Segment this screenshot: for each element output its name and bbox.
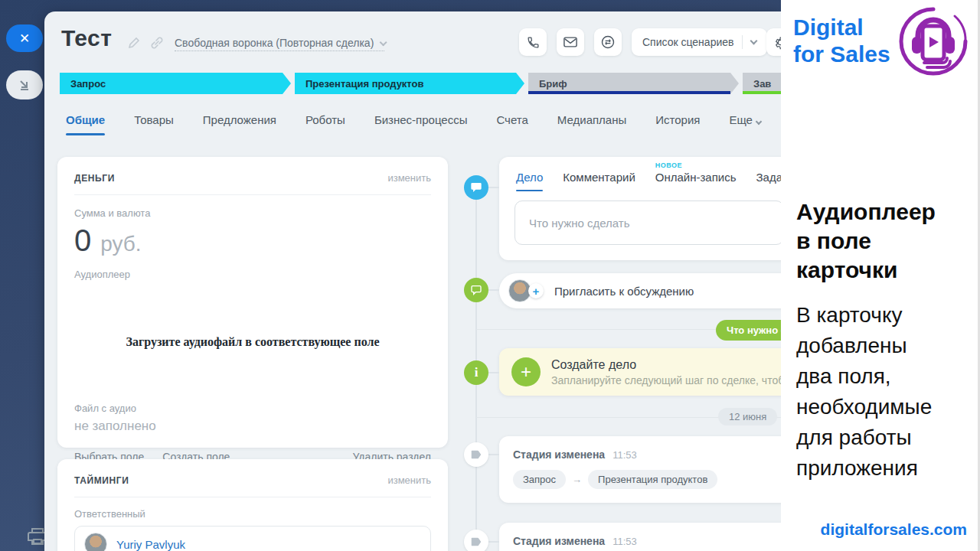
add-person-icon: +: [528, 283, 544, 298]
promo-body-text: В карточку добавлены два поля, необходим…: [796, 300, 932, 484]
tab-more[interactable]: Еще: [729, 113, 761, 135]
info-icon-circle: i: [464, 360, 488, 385]
stage-tag-icon: [471, 537, 482, 546]
sum-label: Сумма и валюта: [74, 207, 431, 219]
timeline-tab-zadacha[interactable]: Задача: [756, 171, 781, 191]
invite-discussion-button[interactable]: + Пригласить к обсуждению: [499, 273, 781, 308]
brand-name: Digital for Sales: [793, 14, 890, 67]
tab-predlozheniya[interactable]: Предложения: [203, 113, 276, 135]
divider: [742, 35, 743, 49]
sum-value[interactable]: 0: [74, 223, 91, 258]
tab-biznes-processy[interactable]: Бизнес-процессы: [374, 113, 468, 135]
chat-button[interactable]: [594, 28, 622, 56]
event-title: Стадия изменена: [513, 535, 605, 547]
stage-label: Зав: [753, 78, 771, 90]
stage-event-icon-circle: [464, 442, 488, 467]
timeline: Дело Комментарий НОВОЕОнлайн-запись Зада…: [458, 157, 781, 551]
tab-more-label: Еще: [729, 113, 753, 126]
connector: [488, 541, 499, 543]
todo-input[interactable]: [514, 201, 781, 245]
date-separator: 12 июня: [718, 408, 777, 425]
phone-icon: [527, 36, 540, 49]
deal-card-panel: Тест Свободная воронка (Повторная сделка…: [44, 11, 781, 551]
stage-underline: [743, 91, 781, 94]
tab-tovary[interactable]: Товары: [134, 113, 174, 135]
gear-icon: [773, 35, 782, 50]
funnel-selector[interactable]: Свободная воронка (Повторная сделка): [175, 37, 384, 51]
composer-card: Дело Комментарий НОВОЕОнлайн-запись Зада…: [499, 157, 781, 260]
collapse-button[interactable]: [6, 70, 43, 99]
tab-mediaplany[interactable]: Медиапланы: [557, 113, 626, 135]
stage-label: Бриф: [539, 78, 567, 90]
discussion-icon-circle: [464, 278, 488, 302]
stage-brief[interactable]: Бриф: [528, 73, 739, 94]
audio-file-label: Файл с аудио: [74, 403, 431, 414]
connector: [488, 372, 499, 373]
new-badge: НОВОЕ: [655, 161, 682, 169]
event-time: 11:53: [612, 449, 637, 461]
promo-headline: Аудиоплеер в поле карточки: [796, 197, 936, 285]
tab-roboty[interactable]: Роботы: [305, 113, 345, 135]
call-button[interactable]: [519, 28, 547, 56]
funnel-label: Свободная воронка (Повторная сделка): [175, 37, 374, 49]
edit-section-link[interactable]: изменить: [387, 172, 431, 184]
timeline-tab-online-zapis[interactable]: НОВОЕОнлайн-запись: [655, 171, 737, 191]
pipeline-stage-bar: Запрос Презентация продуктов Бриф Зав: [60, 73, 781, 94]
stage-tag-icon: [471, 450, 482, 459]
promo-sidebar: Digital for Sales Аудиоплеер в поле карт…: [781, 0, 980, 551]
speech-bubble-icon: [470, 181, 482, 194]
money-section: ДЕНЬГИ изменить Сумма и валюта 0 руб. Ау…: [57, 157, 448, 448]
stage-changed-event: Стадия изменена 11:53 Презентация продук…: [499, 523, 781, 551]
timeline-tab-kommentariy[interactable]: Комментарий: [563, 171, 635, 191]
stage-from-pill: Запрос: [513, 470, 566, 489]
responsible-field[interactable]: Yuriy Pavlyuk: [74, 526, 431, 551]
responsible-label: Ответственный: [74, 508, 431, 520]
deal-title: Тест: [61, 25, 113, 51]
stage-zapros[interactable]: Запрос: [60, 73, 291, 94]
edit-section-link[interactable]: изменить: [387, 474, 431, 486]
section-title: ДЕНЬГИ: [74, 173, 115, 184]
stage-final[interactable]: Зав: [743, 73, 781, 94]
stage-event-icon-circle: [464, 530, 488, 551]
collapse-arrow-icon: [18, 78, 31, 92]
scenarios-label: Список сценариев: [642, 36, 733, 48]
tab-label: Онлайн-запись: [655, 171, 737, 184]
todo-quick-button[interactable]: Что нужно сделать: [716, 320, 781, 341]
timings-section: ТАЙМИНГИ изменить Ответственный Yuriy Pa…: [57, 459, 448, 551]
tab-scheta[interactable]: Счета: [496, 113, 528, 135]
section-title: ТАЙМИНГИ: [74, 475, 129, 486]
close-button[interactable]: ✕: [6, 24, 43, 52]
activity-icon-circle: [464, 175, 488, 200]
scenarios-dropdown[interactable]: Список сценариев: [632, 28, 767, 56]
website-url[interactable]: digitalforsales.com: [821, 520, 967, 539]
stage-presentation[interactable]: Презентация продуктов: [295, 73, 524, 94]
currency-label: руб.: [100, 232, 141, 256]
speech-bubble-outline-icon: [470, 284, 482, 296]
avatar: [84, 533, 107, 551]
email-button[interactable]: [557, 28, 584, 56]
timeline-tab-delo[interactable]: Дело: [516, 171, 543, 191]
create-deal-title: Создайте дело: [551, 358, 781, 372]
divider: [74, 497, 431, 497]
deal-tabs: Общие Товары Предложения Роботы Бизнес-п…: [66, 113, 761, 135]
settings-button[interactable]: [766, 28, 781, 56]
audio-player-label: Аудиоплеер: [74, 269, 431, 280]
stage-label: Презентация продуктов: [305, 78, 424, 90]
create-deal-card[interactable]: + Создайте дело Запланируйте следующий ш…: [499, 348, 781, 396]
stage-label: Запрос: [70, 78, 106, 90]
deal-header: Тест Свободная воронка (Повторная сделка…: [44, 11, 781, 61]
mail-icon: [564, 37, 577, 47]
copy-link-icon[interactable]: [150, 36, 164, 50]
responsible-name[interactable]: Yuriy Pavlyuk: [116, 538, 185, 551]
connector: [488, 187, 499, 188]
event-title: Стадия изменена: [513, 448, 605, 461]
audio-upload-hint: Загрузите аудиофайл в соответствующее по…: [74, 335, 431, 349]
chevron-down-icon: [756, 119, 762, 125]
stage-to-pill: Презентация продуктов: [588, 470, 717, 489]
title-actions: [127, 36, 164, 50]
tab-obshchie[interactable]: Общие: [66, 113, 105, 135]
tab-istoriya[interactable]: История: [655, 113, 700, 135]
edit-pencil-icon[interactable]: [127, 36, 141, 50]
audio-file-value[interactable]: не заполнено: [74, 419, 431, 434]
chevron-down-icon: [380, 38, 387, 46]
